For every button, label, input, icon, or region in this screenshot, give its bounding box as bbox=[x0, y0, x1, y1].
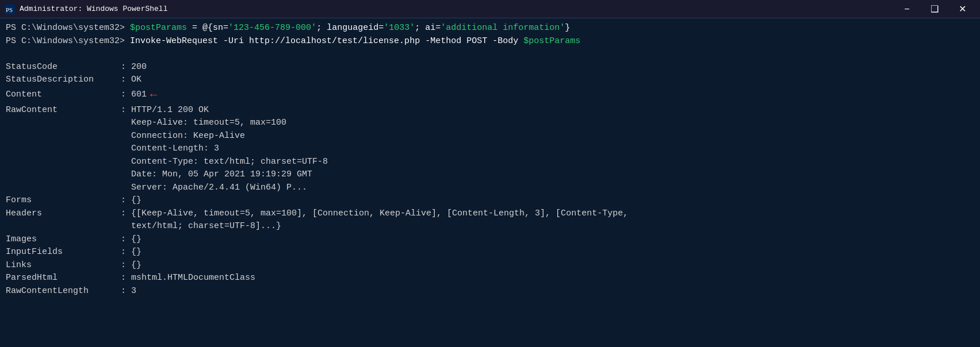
links-label: Links bbox=[6, 259, 121, 272]
status-desc-line: StatusDescription: OK bbox=[6, 74, 974, 87]
window-controls: − ❑ ✕ bbox=[894, 0, 975, 18]
raw-content-line-7: Server: Apache/2.4.41 (Win64) P... bbox=[6, 182, 974, 195]
raw-content-line-5: Content-Type: text/html; charset=UTF-8 bbox=[6, 156, 974, 169]
close-button[interactable]: ✕ bbox=[949, 0, 975, 18]
raw-content-value4: Content-Length: 3 bbox=[131, 142, 219, 156]
status-desc-label: StatusDescription bbox=[6, 74, 121, 87]
forms-line: Forms: {} bbox=[6, 194, 974, 207]
inputfields-line: InputFields: {} bbox=[6, 246, 974, 259]
images-value: : {} bbox=[121, 233, 141, 246]
headers-value1: : {[Keep-Alive, timeout=5, max=100], [Co… bbox=[121, 207, 628, 221]
status-code-value: : 200 bbox=[121, 61, 147, 74]
cmd2-white: Invoke-WebRequest -Uri http://localhost/… bbox=[130, 35, 523, 48]
terminal-output: PS C:\Windows\system32> $postParams = @{… bbox=[0, 18, 980, 347]
parsedhtml-line: ParsedHtml: mshtml.HTMLDocumentClass bbox=[6, 272, 974, 285]
raw-content-value7: Server: Apache/2.4.41 (Win64) P... bbox=[131, 182, 307, 195]
rawcontentlength-value: : 3 bbox=[121, 285, 136, 298]
raw-content-value6: Date: Mon, 05 Apr 2021 19:19:29 GMT bbox=[131, 168, 312, 182]
cmd1-green4: 'additional information' bbox=[441, 22, 565, 35]
raw-content-value5: Content-Type: text/html; charset=UTF-8 bbox=[131, 156, 328, 169]
rawcontentlength-label: RawContentLength bbox=[6, 285, 121, 298]
status-desc-value: : OK bbox=[121, 74, 141, 87]
cmd1-green2: '123-456-789-000' bbox=[228, 22, 316, 35]
content-line: Content: 601← bbox=[6, 87, 974, 104]
cmd1-white3: ; ai= bbox=[415, 22, 441, 35]
forms-value: : {} bbox=[121, 194, 141, 207]
svg-text:PS: PS bbox=[6, 6, 13, 13]
maximize-button[interactable]: ❑ bbox=[921, 0, 948, 18]
raw-content-line-4: Content-Length: 3 bbox=[6, 142, 974, 156]
powershell-icon: PS bbox=[5, 4, 15, 14]
content-value: : 601 bbox=[121, 88, 147, 102]
prompt-1: PS C:\Windows\system32> bbox=[6, 22, 130, 35]
prompt-2: PS C:\Windows\system32> bbox=[6, 35, 130, 48]
minimize-button[interactable]: − bbox=[894, 0, 920, 18]
headers-label: Headers bbox=[6, 207, 121, 221]
raw-content-value1: : HTTP/1.1 200 OK bbox=[121, 104, 209, 117]
links-line: Links: {} bbox=[6, 259, 974, 272]
status-code-line: StatusCode: 200 bbox=[6, 61, 974, 74]
inputfields-label: InputFields bbox=[6, 246, 121, 259]
raw-content-line-6: Date: Mon, 05 Apr 2021 19:19:29 GMT bbox=[6, 168, 974, 182]
command-line-2: PS C:\Windows\system32> Invoke-WebReques… bbox=[6, 35, 974, 48]
empty-line-1 bbox=[6, 48, 974, 61]
headers-value2: text/html; charset=UTF-8]...} bbox=[131, 220, 281, 233]
raw-content-label: RawContent bbox=[6, 104, 121, 117]
command-line-1: PS C:\Windows\system32> $postParams = @{… bbox=[6, 22, 974, 35]
raw-content-line-1: RawContent: HTTP/1.1 200 OK bbox=[6, 104, 974, 117]
status-code-label: StatusCode bbox=[6, 61, 121, 74]
cmd1-white4: } bbox=[565, 22, 570, 35]
var-postparams-1: $postParams bbox=[130, 22, 187, 35]
rawcontentlength-line: RawContentLength: 3 bbox=[6, 285, 974, 298]
content-label: Content bbox=[6, 88, 121, 102]
links-value: : {} bbox=[121, 259, 141, 272]
parsedhtml-value: : mshtml.HTMLDocumentClass bbox=[121, 272, 255, 285]
images-label: Images bbox=[6, 233, 121, 246]
cmd1-white: = @{sn= bbox=[187, 22, 228, 35]
headers-line-2: text/html; charset=UTF-8]...} bbox=[6, 220, 974, 233]
red-arrow-icon: ← bbox=[150, 87, 157, 104]
cmd2-green: $postParams bbox=[523, 35, 580, 48]
raw-content-value3: Connection: Keep-Alive bbox=[131, 130, 245, 143]
forms-label: Forms bbox=[6, 194, 121, 207]
raw-content-line-3: Connection: Keep-Alive bbox=[6, 130, 974, 143]
parsedhtml-label: ParsedHtml bbox=[6, 272, 121, 285]
cmd1-green3: '1033' bbox=[384, 22, 415, 35]
raw-content-value2: Keep-Alive: timeout=5, max=100 bbox=[131, 117, 286, 130]
window-title: Administrator: Windows PowerShell bbox=[20, 5, 167, 13]
headers-line-1: Headers: {[Keep-Alive, timeout=5, max=10… bbox=[6, 207, 974, 221]
raw-content-line-2: Keep-Alive: timeout=5, max=100 bbox=[6, 117, 974, 130]
inputfields-value: : {} bbox=[121, 246, 141, 259]
title-bar: PS Administrator: Windows PowerShell − ❑… bbox=[0, 0, 980, 18]
cmd1-white2: ; languageid= bbox=[316, 22, 384, 35]
images-line: Images: {} bbox=[6, 233, 974, 246]
